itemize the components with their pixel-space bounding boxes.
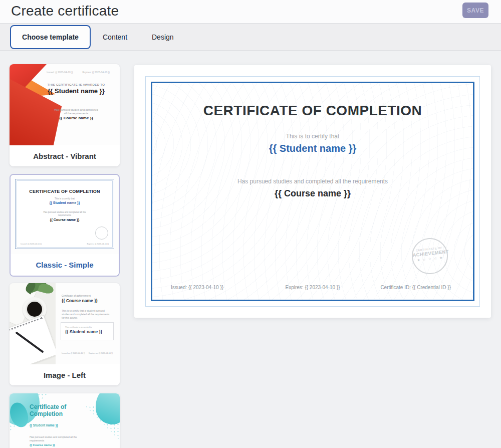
thumb-date-row: Issued on {{ 2023-04-10 }} Expires on {{… [62,352,113,354]
template-label: Classic - Simple [11,254,119,276]
thumb-subtitle: Certificate of achievement [62,294,91,297]
tab-design[interactable]: Design [152,24,174,50]
thumb-issued: Issued on {{ 2023-04-10 }} [62,352,85,354]
thumb-student-name: {{ Student name }} [44,87,109,95]
mini-seal-icon [95,227,108,240]
leaf-shape [38,283,55,295]
thumb-issued: Issued: {{ 2023-04-10 }} [47,71,73,74]
tab-choose-template[interactable]: Choose template [10,25,91,49]
thumb-course-name: {{ Course name }} [62,298,98,303]
credential-id: Certificate ID: {{ Credential ID }} [380,285,451,290]
thumb-description: This is to certify that a student pursue… [62,309,113,320]
tab-choose-template-label: Choose template [22,33,79,41]
certificate-preview: CERTIFICATE OF COMPLETION This is to cer… [134,65,491,318]
thumb-title: Certificate of Completion [30,403,78,418]
template-label: Image - Left [10,364,120,385]
desk-photo [10,283,56,364]
mini-cert-student: {{ Student name }} [16,201,114,204]
save-button[interactable]: SAVE [462,3,488,18]
mini-cert-title: CERTIFICATE OF COMPLETION [16,189,114,194]
thumb-student-name: {{ Student name }} [30,423,58,427]
thumb-course-name: {{ Course name }} [30,443,55,446]
mini-cert-requirements: Has pursued studies and completed all th… [43,211,86,217]
thumb-student-name: {{ Student name }} [65,329,102,334]
template-thumbnail-classic: CERTIFICATE OF COMPLETION This is to cer… [11,175,119,254]
mini-cert-footer: Issued: {{ 2023-04-10 }} Expires: {{ 202… [21,243,109,245]
template-card-abstract-vibrant[interactable]: Issued: {{ 2023-04-10 }} Expires: {{ 202… [10,64,120,166]
template-card-image-left[interactable]: Certificate of achievement {{ Course nam… [10,283,120,385]
header: Create certificate SAVE [0,0,501,24]
course-name-placeholder: {{ Course name }} [152,188,473,199]
template-thumbnail-image-left: Certificate of achievement {{ Course nam… [10,283,120,364]
template-thumbnail-teal: Certificate of Completion {{ Student nam… [10,393,120,448]
student-name-placeholder: {{ Student name }} [152,143,473,154]
thumb-course-name: {{ Course name }} [44,116,109,120]
certify-text: This is to certify that [152,133,473,140]
mini-cert-issued: Issued: {{ 2023-04-10 }} [21,243,42,245]
tab-design-label: Design [152,33,174,41]
template-label: Abstract - Vibrant [10,145,120,166]
thumb-expires: Expires: {{ 2023-04-10 }} [83,71,110,74]
tab-content[interactable]: Content [103,24,127,50]
certificate-outer-border: CERTIFICATE OF COMPLETION This is to cer… [145,76,480,307]
thumb-awarded-to: THIS CERTIFICATE IS AWARDED TO [44,83,109,86]
achievement-seal-icon: CERTIFICATE OF ACHIEVEMENT ★ ☆ ☆ ☆ ★ [410,236,449,276]
thumb-requirements: Has pursued studies and completed all th… [53,108,100,115]
mini-cert-expires: Expires: {{ 2023-04-10 }} [87,243,109,245]
requirements-text: Has pursued studies and completed all th… [152,178,473,185]
mini-certificate: CERTIFICATE OF COMPLETION This is to cer… [15,179,114,249]
tab-content-label: Content [103,33,127,41]
mini-cert-certify: This is to certify that [16,197,114,200]
presented-to-label: This certificate is presented to [65,326,92,328]
certificate-inner-border: CERTIFICATE OF COMPLETION This is to cer… [151,82,474,301]
thumb-requirements: Has pursued studies and completed all th… [30,435,78,442]
tab-bar: Choose template Content Design [0,24,501,51]
thumb-expires: Expires on {{ 2023-04-10 }} [89,352,113,354]
student-name-box: This certificate is presented to {{ Stud… [61,322,114,340]
issued-date: Issued: {{ 2023-04-10 }} [171,285,223,290]
template-card-classic-simple[interactable]: CERTIFICATE OF COMPLETION This is to cer… [10,174,120,277]
template-thumbnail-abstract: Issued: {{ 2023-04-10 }} Expires: {{ 202… [10,64,120,145]
certificate-title: CERTIFICATE OF COMPLETION [152,103,473,119]
page-title: Create certificate [11,3,119,19]
mini-cert-course: {{ Course name }} [16,218,114,221]
expires-date: Expires: {{ 2023-04-10 }} [286,285,340,290]
template-card-teal[interactable]: Certificate of Completion {{ Student nam… [10,393,120,448]
thumb-date-row: Issued: {{ 2023-04-10 }} Expires: {{ 202… [47,71,110,74]
